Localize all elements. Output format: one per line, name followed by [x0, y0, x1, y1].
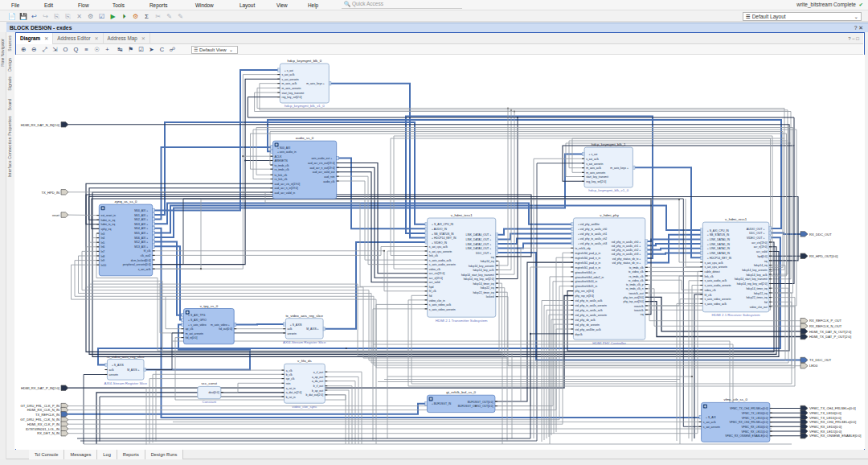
svg-text:M12_AXI +: M12_AXI + [134, 241, 148, 244]
svg-text:s_axi_cpu_aclk: s_axi_cpu_aclk [705, 261, 723, 265]
svg-text:In9: In9 [101, 259, 105, 262]
svg-text:+ s_axis_video: + s_axis_video [188, 323, 207, 327]
svg-text:HDMI_TX_DAT_P_OUT[2:0]: HDMI_TX_DAT_P_OUT[2:0] [809, 335, 851, 339]
svg-text:fid_out[0:0]: fid_out[0:0] [219, 327, 232, 331]
svg-text:HDMI_RX_DAT_N_IN[2:0]: HDMI_RX_DAT_N_IN[2:0] [21, 123, 59, 127]
svg-text:+ LINK_DATA3_IN: + LINK_DATA3_IN [707, 252, 731, 255]
svg-text:m_axis_keys +: m_axis_keys + [610, 167, 628, 170]
svg-text:VFMC_TX_LED0[0:0]: VFMC_TX_LED0[0:0] [809, 411, 841, 415]
svg-text:s_axi_aclk: s_axi_aclk [703, 421, 716, 424]
svg-text:aresetn: aresetn [288, 332, 297, 335]
svg-text:b_rst_in: b_rst_in [286, 396, 296, 399]
svg-text:RX_HPD_OUT[0:0]: RX_HPD_OUT[0:0] [809, 254, 838, 258]
svg-text:ap_clk: ap_clk [186, 327, 194, 331]
svg-text:v_hdmi_txss1: v_hdmi_txss1 [451, 213, 473, 217]
svg-text:vid_phy_rx_axi4s_ch2 +: vid_phy_rx_axi4s_ch2 + [612, 249, 641, 252]
svg-text:irq: irq [491, 256, 494, 259]
svg-text:In3: In3 [101, 232, 105, 236]
svg-text:In5: In5 [101, 241, 105, 245]
svg-text:rx_tmds_clk_n: rx_tmds_clk_n [626, 287, 644, 290]
svg-text:video_clk: video_clk [705, 289, 716, 292]
svg-text:v_hdmi_rxss1: v_hdmi_rxss1 [725, 217, 747, 221]
svg-text:link_clk: link_clk [429, 254, 438, 257]
svg-text:hdcp_keymgmt_blk_0: hdcp_keymgmt_blk_0 [287, 59, 321, 63]
svg-text:M01_AXI +: M01_AXI + [134, 214, 148, 217]
svg-text:m_axis_aclk: m_axis_aclk [586, 167, 601, 170]
svg-text:M05_AXI +: M05_AXI + [134, 232, 148, 235]
svg-text:a_da_out: a_da_out [312, 380, 323, 383]
svg-text:HDMI_RX_CLK_P_IN: HDMI_RX_CLK_P_IN [27, 422, 59, 426]
svg-text:HDMI PHY Controller: HDMI PHY Controller [592, 341, 626, 345]
svg-text:+ vid_phy_tx_axi4s_ch3: + vid_phy_tx_axi4s_ch3 [578, 242, 607, 245]
svg-text:rx_tmds_clk: rx_tmds_clk [629, 275, 644, 278]
svg-text:LINK_DATA3_OUT +: LINK_DATA3_OUT + [466, 247, 492, 250]
svg-text:s_axi_aresetn: s_axi_aresetn [703, 426, 720, 429]
svg-text:tx_tmds_clk: tx_tmds_clk [275, 164, 289, 167]
svg-text:m_axis_aclk: m_axis_aclk [282, 82, 297, 85]
svg-text:+ vid_phy_tx_axi4s_ch0: + vid_phy_tx_axi4s_ch0 [578, 228, 607, 231]
svg-text:vid_phy_tx_axi4s_aresetn: vid_phy_tx_axi4s_aresetn [575, 304, 607, 307]
svg-text:+ LINK_DATA1_IN: + LINK_DATA1_IN [707, 243, 731, 246]
svg-text:HDMI_RX_DAT_P_IN[2:0]: HDMI_RX_DAT_P_IN[2:0] [21, 386, 59, 390]
svg-text:fid: fid [764, 301, 768, 304]
svg-text:mgtrefclk0_pad_n_in: mgtrefclk0_pad_n_in [575, 257, 601, 260]
svg-text:AXI4-Stream Register Slice: AXI4-Stream Register Slice [283, 340, 326, 344]
svg-text:LINK_DATA2_OUT +: LINK_DATA2_OUT + [466, 243, 492, 246]
svg-text:+ axis_audio_in: + axis_audio_in [277, 150, 297, 154]
svg-text:start_key_transmit: start_key_transmit [586, 175, 608, 179]
svg-text:reg_key_sel[2:0]: reg_key_sel[2:0] [586, 180, 606, 183]
svg-text:aclk: aclk [288, 327, 293, 331]
svg-text:vid_phy_rx_axi4s_ch1 +: vid_phy_rx_axi4s_ch1 + [612, 245, 641, 248]
svg-text:a_clk: a_clk [286, 369, 293, 372]
svg-text:In10: In10 [101, 264, 107, 267]
svg-text:gtsouthrefclk00_in: gtsouthrefclk00_in [575, 280, 598, 283]
svg-text:tx_link_clk: tx_link_clk [275, 174, 288, 177]
svg-text:b_rl_out: b_rl_out [313, 385, 323, 388]
svg-text:LINK_DATA0_OUT +: LINK_DATA0_OUT + [466, 233, 492, 237]
svg-text:+ S_AXI: + S_AXI [706, 416, 716, 419]
svg-text:acr_cts[19:0]: acr_cts[19:0] [429, 272, 444, 275]
svg-text:VFMC_RX_ONSEMI_ENABLE[0:0]: VFMC_RX_ONSEMI_ENABLE[0:0] [725, 434, 768, 438]
svg-text:HDMI 2.1 Transmitter Subsystem: HDMI 2.1 Transmitter Subsystem [436, 319, 488, 323]
svg-text:Constant: Constant [203, 400, 217, 404]
svg-text:a_dat_in[2:0]: a_dat_in[2:0] [286, 391, 302, 394]
svg-text:gt_refclk_buf_ss_0: gt_refclk_buf_ss_0 [446, 390, 476, 394]
svg-text:aud_acr_cts_in[19:0]: aud_acr_cts_in[19:0] [275, 183, 301, 186]
svg-text:AXI4-Stream Register Slice: AXI4-Stream Register Slice [104, 381, 147, 385]
svg-text:m_axis_keys +: m_axis_keys + [306, 82, 325, 85]
svg-text:hdcp14_start_key_transmit: hdcp14_start_key_transmit [735, 278, 768, 281]
svg-text:rx_video_clk: rx_video_clk [628, 279, 644, 282]
svg-text:s_axi_cpu_aresetn: s_axi_cpu_aresetn [429, 250, 452, 253]
svg-text:+ HDCP14_KEY_IN: + HDCP14_KEY_IN [432, 237, 457, 240]
svg-text:hdcp14_start_key_transmit: hdcp14_start_key_transmit [461, 274, 494, 277]
svg-text:s_axi_aclk: s_axi_aclk [282, 73, 295, 76]
svg-text:+ SB_STATUS_IN: + SB_STATUS_IN [432, 232, 454, 236]
svg-text:In8: In8 [101, 255, 105, 258]
svg-text:VFMC_TX_CH4_FRLSELn[0:0]: VFMC_TX_CH4_FRLSELn[0:0] [809, 406, 856, 410]
svg-text:txoutclk_out: txoutclk_out [628, 292, 643, 295]
svg-text:clk_out2: clk_out2 [141, 254, 151, 257]
svg-text:hpd: hpd [429, 286, 434, 289]
svg-text:frl_clk: frl_clk [144, 249, 151, 253]
svg-text:s_axis_audio_aclk: s_axis_audio_aclk [429, 259, 452, 262]
svg-text:a_rl_out: a_rl_out [313, 371, 323, 374]
svg-text:s_axis_audio_aresetn: s_axis_audio_aresetn [429, 263, 456, 266]
svg-text:+ SB_STATUS_IN: + SB_STATUS_IN [707, 233, 730, 237]
svg-text:M04_AXI +: M04_AXI + [134, 227, 148, 230]
svg-text:RX_REFCLK_N_OUT: RX_REFCLK_N_OUT [809, 324, 842, 328]
svg-text:M13_AXI +: M13_AXI + [134, 245, 148, 249]
svg-text:acr_valid: acr_valid [756, 250, 768, 253]
svg-text:video_clk: video_clk [429, 268, 440, 271]
svg-text:+ S_AXI_CPU_IN: + S_AXI_CPU_IN [432, 223, 453, 226]
svg-text:cable_detect: cable_detect [705, 270, 720, 274]
svg-text:hdcp_keymgmt_blk_v1_0: hdcp_keymgmt_blk_v1_0 [588, 188, 628, 192]
svg-text:+ BUFDSGT_IN: + BUFDSGT_IN [432, 402, 452, 405]
svg-text:s_axis_video_aclk: s_axis_video_aclk [705, 302, 727, 306]
svg-text:b_clk: b_clk [286, 373, 293, 377]
svg-text:s_axis_audio_aclk: s_axis_audio_aclk [705, 279, 727, 282]
svg-text:phy_rxn_in[3:0]: phy_rxn_in[3:0] [575, 290, 594, 293]
svg-text:LED0: LED0 [809, 364, 818, 368]
svg-text:hdcp_keymgmt_blk_v1_0: hdcp_keymgmt_blk_v1_0 [285, 104, 325, 108]
svg-text:gtsouthrefclk01_in: gtsouthrefclk01_in [575, 285, 598, 288]
svg-text:hdcp14_key_aclk: hdcp14_key_aclk [746, 274, 768, 277]
